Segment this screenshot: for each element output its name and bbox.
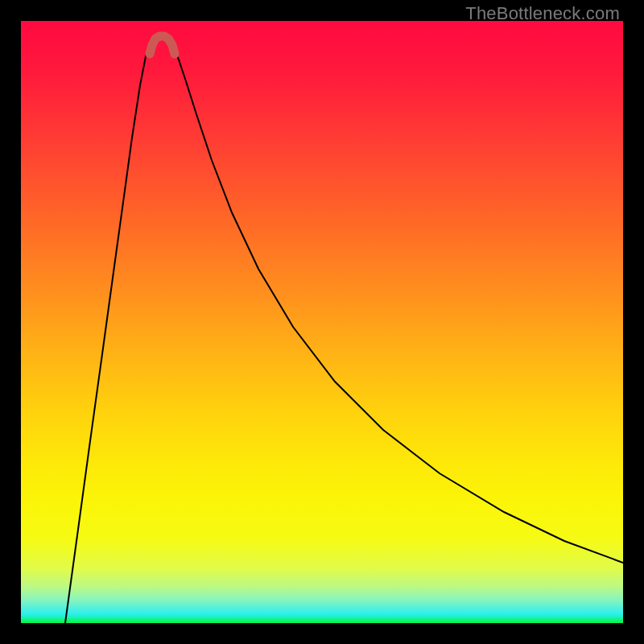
optimal-marker	[150, 36, 175, 54]
chart-frame: TheBottleneck.com	[0, 0, 644, 644]
left-curve	[65, 44, 153, 623]
right-curve	[171, 44, 623, 563]
chart-svg	[21, 21, 623, 623]
attribution-text: TheBottleneck.com	[465, 3, 620, 24]
